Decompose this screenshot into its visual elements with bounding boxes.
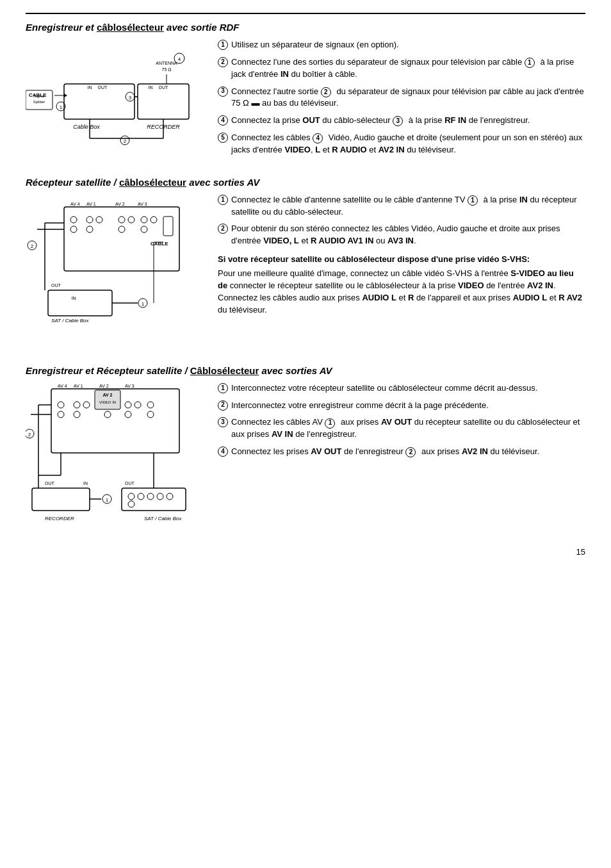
svg-point-96 <box>128 501 134 507</box>
sat-cable-box-label: SAT / Cable Box <box>51 318 90 323</box>
svg-text:AV 1: AV 1 <box>86 202 96 206</box>
svg-text:VIDEO IN: VIDEO IN <box>99 400 116 404</box>
svg-text:1: 1 <box>60 104 63 110</box>
section2-step1: 1 Connectez le câble d'antenne satellite… <box>218 194 585 218</box>
svg-rect-87 <box>32 488 90 511</box>
step-num: 3 <box>218 86 228 97</box>
section3-title-mid: avec sorties <box>259 365 320 376</box>
svg-point-71 <box>58 411 64 418</box>
section2-title: Récepteur satellite / câblosélecteur ave… <box>26 177 585 188</box>
step-num: 4 <box>218 446 228 457</box>
svg-marker-6 <box>64 94 67 97</box>
svhs-block: Si votre récepteur satellite ou câblosél… <box>218 254 585 316</box>
section3-list: 1 Interconnectez votre récepteur satelli… <box>218 382 585 458</box>
svg-point-97 <box>138 493 144 500</box>
section2-title-bold1: câblosélecteur <box>119 177 186 188</box>
recorder-label: RECORDER <box>45 516 74 521</box>
section2-list: 1 Connectez le câble d'antenne satellite… <box>218 194 585 247</box>
svg-point-74 <box>83 402 90 408</box>
sat-cable-box-label2: SAT / Cable Box <box>144 516 183 521</box>
section3-title: Enregistreur et Récepteur satellite / Câ… <box>26 365 585 376</box>
section1-step5: 5 Connectez les câbles 4 Vidéo, Audio ga… <box>218 132 585 156</box>
section3-step4: 4 Connectez les prises AV OUT de l'enreg… <box>218 446 585 458</box>
section3: Enregistreur et Récepteur satellite / Câ… <box>26 365 585 532</box>
step-num: 1 <box>218 195 228 205</box>
svg-point-100 <box>167 493 173 500</box>
section3-step1: 1 Interconnectez votre récepteur satelli… <box>218 382 585 395</box>
svg-point-98 <box>147 493 154 500</box>
svg-text:2: 2 <box>31 243 34 249</box>
svg-text:CABLE: CABLE <box>151 241 168 247</box>
section3-step3: 3 Connectez les câbles AV 1 aux prises A… <box>218 416 585 441</box>
section1-step1: 1 Utilisez un séparateur de signaux (en … <box>218 39 585 51</box>
svg-text:AV 4: AV 4 <box>70 202 80 206</box>
svg-point-73 <box>74 411 80 418</box>
section2-title-italic: Récepteur satellite / <box>26 177 119 188</box>
svg-point-41 <box>128 217 134 223</box>
svg-text:1: 1 <box>106 497 109 503</box>
section2-title-bold2: AV <box>247 177 259 188</box>
svg-text:AV 1: AV 1 <box>74 384 83 388</box>
svg-point-36 <box>86 217 93 223</box>
section1-list: 1 Utilisez un séparateur de signaux (en … <box>218 39 585 156</box>
svg-text:Cable Box: Cable Box <box>73 124 100 130</box>
svg-text:IN: IN <box>72 296 76 300</box>
svg-point-99 <box>157 493 163 500</box>
section1-diagram-svg: Cable Box RECORDER CABLE 1 IN OUT 3 IN <box>26 39 199 154</box>
section1-title-bold2: RDF <box>220 22 240 33</box>
svg-point-95 <box>128 493 134 500</box>
svg-point-72 <box>74 402 80 408</box>
svg-text:AV 2: AV 2 <box>115 202 125 206</box>
svg-text:1: 1 <box>142 301 145 307</box>
section2-instructions: 1 Connectez le câble d'antenne satellite… <box>218 194 585 337</box>
page-number: 15 <box>26 547 585 557</box>
top-rule <box>26 13 585 14</box>
svg-text:IN: IN <box>83 481 88 486</box>
svg-text:OUT: OUT <box>98 85 108 90</box>
svg-point-38 <box>96 217 102 223</box>
svg-point-70 <box>58 402 64 408</box>
svg-text:Signal: Signal <box>34 94 45 98</box>
svhs-title: Si votre récepteur satellite ou câblosél… <box>218 254 585 265</box>
svg-point-34 <box>70 217 77 223</box>
svg-text:2: 2 <box>28 432 31 438</box>
section2-diagram-svg: AV 4 AV 1 AV 2 AV 3 CABLE <box>26 194 199 335</box>
svg-text:OUT: OUT <box>45 481 55 486</box>
svg-text:Splitter: Splitter <box>33 100 45 104</box>
step-num: 4 <box>218 115 228 126</box>
svg-text:IN: IN <box>88 85 92 90</box>
section2-title-mid: avec sorties <box>186 177 247 188</box>
svg-point-44 <box>151 217 157 223</box>
svg-rect-53 <box>48 290 112 316</box>
step-num: 1 <box>218 40 228 50</box>
svg-text:AV 4: AV 4 <box>58 384 67 388</box>
section3-title-bold1: Câblosélecteur <box>190 365 259 376</box>
section1-step2: 2 Connectez l'une des sorties du séparat… <box>218 56 585 81</box>
svg-text:OUT: OUT <box>159 85 169 90</box>
svg-point-40 <box>118 226 125 233</box>
svg-text:AV 3: AV 3 <box>138 202 147 206</box>
svg-text:2: 2 <box>124 138 127 144</box>
svg-text:75 Ω: 75 Ω <box>162 67 172 72</box>
section1-diagram: Cable Box RECORDER CABLE 1 IN OUT 3 IN <box>26 39 205 161</box>
step-num: 2 <box>218 400 228 411</box>
section3-title-italic: Enregistreur et Récepteur satellite / <box>26 365 190 376</box>
step-num: 1 <box>218 383 228 393</box>
section1-title-mid: avec sortie <box>164 22 220 33</box>
section1: Enregistreur et câblosélecteur avec sort… <box>26 22 585 161</box>
section2-step2: 2 Pour obtenir du son stéréo connectez l… <box>218 223 585 247</box>
section3-instructions: 1 Interconnectez votre récepteur satelli… <box>218 382 585 532</box>
svg-text:ANTENNA: ANTENNA <box>156 61 177 65</box>
section2-diagram: AV 4 AV 1 AV 2 AV 3 CABLE <box>26 194 205 337</box>
svg-text:4: 4 <box>178 56 181 62</box>
svg-point-37 <box>86 226 93 233</box>
section3-body: AV 4 AV 1 AV 2 AV 3 AV 2 VIDEO IN <box>26 382 585 532</box>
section3-diagram: AV 4 AV 1 AV 2 AV 3 AV 2 VIDEO IN <box>26 382 205 532</box>
svg-text:IN: IN <box>149 85 153 90</box>
section1-instructions: 1 Utilisez un séparateur de signaux (en … <box>218 39 585 161</box>
svg-point-35 <box>70 226 77 233</box>
svg-text:OUT: OUT <box>51 283 61 288</box>
svg-point-42 <box>141 217 147 223</box>
svg-text:OUT: OUT <box>125 481 135 486</box>
svg-text:AV 3: AV 3 <box>125 384 134 388</box>
